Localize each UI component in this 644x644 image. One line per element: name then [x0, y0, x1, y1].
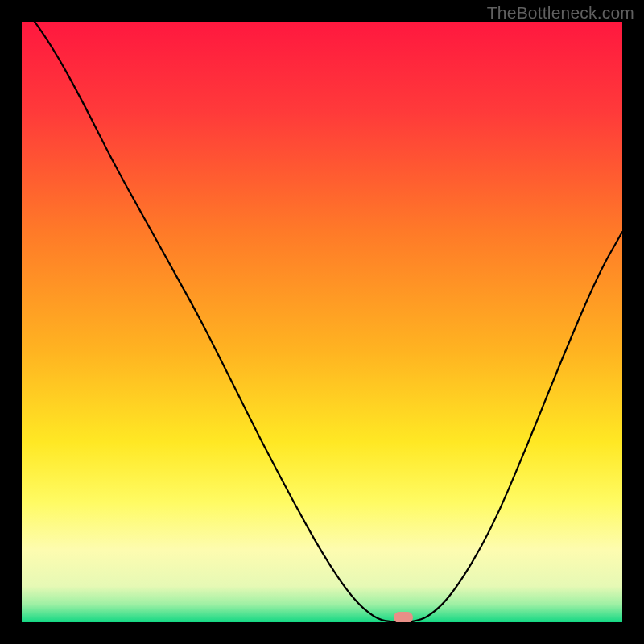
optimal-point-marker	[394, 612, 413, 622]
chart-frame: TheBottleneck.com	[0, 0, 644, 644]
attribution-watermark: TheBottleneck.com	[487, 3, 634, 23]
bottleneck-curve	[22, 22, 622, 622]
curve-path	[22, 22, 622, 622]
plot-area	[22, 22, 622, 622]
